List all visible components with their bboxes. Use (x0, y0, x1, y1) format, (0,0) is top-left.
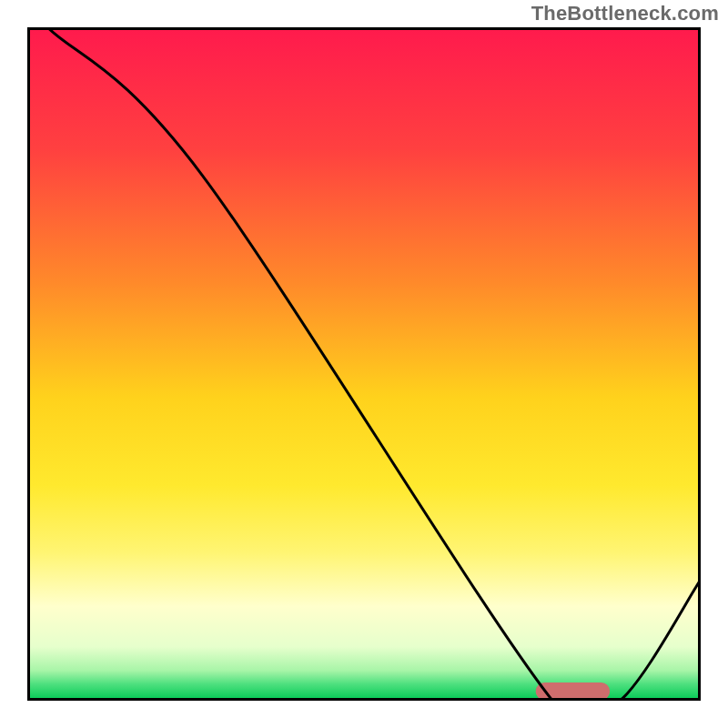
plot-area (27, 27, 701, 701)
gradient-background (27, 27, 701, 701)
plot-svg (27, 27, 701, 701)
chart-canvas: TheBottleneck.com (0, 0, 728, 728)
watermark-text: TheBottleneck.com (531, 2, 719, 25)
